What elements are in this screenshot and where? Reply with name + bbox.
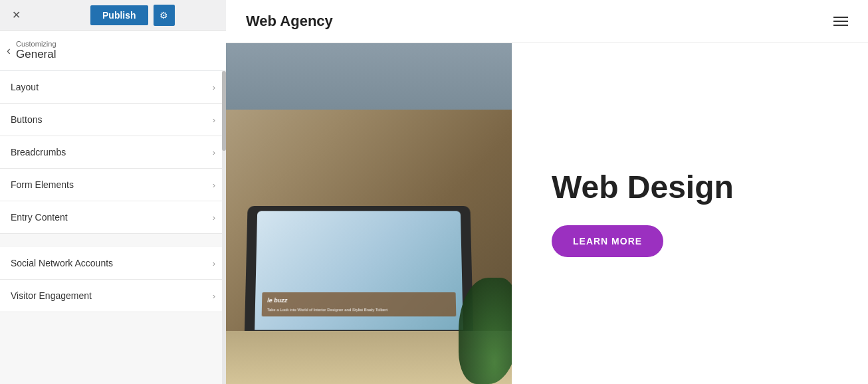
breadcrumbs-label: Breadcrumbs <box>11 147 66 157</box>
laptop-image: le buzz Take a Look into World of Interi… <box>226 43 512 384</box>
entry-content-label: Entry Content <box>11 212 68 223</box>
back-button[interactable]: ‹ <box>7 45 11 56</box>
laptop-screen: le buzz Take a Look into World of Interi… <box>255 211 463 330</box>
hamburger-icon[interactable] <box>833 17 848 26</box>
buttons-label: Buttons <box>11 114 42 125</box>
sidebar-item-buttons[interactable]: Buttons › <box>0 104 226 136</box>
visitor-engagement-label: Visitor Engagement <box>11 290 92 301</box>
screen-tagline: Take a Look into World of Interior Desig… <box>267 307 451 312</box>
sidebar-item-visitor-engagement[interactable]: Visitor Engagement › <box>0 280 226 312</box>
chevron-right-icon: › <box>213 180 215 190</box>
menu-gap <box>0 234 226 247</box>
preview-nav: Web Agency <box>226 0 868 43</box>
chevron-right-icon: › <box>213 147 215 157</box>
chevron-right-icon: › <box>213 258 215 268</box>
top-bar: ✕ Publish ⚙ <box>0 0 226 31</box>
laptop-outer: le buzz Take a Look into World of Interi… <box>244 206 473 345</box>
hamburger-line <box>833 21 848 22</box>
menu-section-2: Social Network Accounts › Visitor Engage… <box>0 247 226 312</box>
publish-button[interactable]: Publish <box>90 5 148 25</box>
back-header: ‹ Customizing General <box>0 31 226 71</box>
customizing-label: Customizing <box>16 40 56 48</box>
bg-dark <box>226 43 512 110</box>
close-icon: ✕ <box>12 9 21 21</box>
right-preview: Web Agency le buzz Take a Look into Wor <box>226 0 868 384</box>
social-network-label: Social Network Accounts <box>11 258 113 268</box>
chevron-right-icon: › <box>213 291 215 301</box>
plant-decoration <box>459 278 512 384</box>
close-button[interactable]: ✕ <box>7 6 25 25</box>
hero-text-block: Web Design LEARN MORE <box>512 43 868 384</box>
panel-scroll: Layout › Buttons › Breadcrumbs › Form El… <box>0 71 226 384</box>
form-elements-label: Form Elements <box>11 179 74 190</box>
chevron-right-icon: › <box>213 213 215 223</box>
section-title: General <box>16 48 56 61</box>
site-name: Web Agency <box>246 13 333 30</box>
sidebar-item-form-elements[interactable]: Form Elements › <box>0 169 226 201</box>
screen-brand: le buzz <box>267 296 451 305</box>
sidebar-item-breadcrumbs[interactable]: Breadcrumbs › <box>0 136 226 169</box>
left-panel: ✕ Publish ⚙ ‹ Customizing General Layout… <box>0 0 226 384</box>
hamburger-line <box>833 17 848 18</box>
gear-icon: ⚙ <box>160 10 168 21</box>
layout-label: Layout <box>11 82 39 92</box>
hero-image-block: le buzz Take a Look into World of Interi… <box>226 43 512 384</box>
menu-section-1: Layout › Buttons › Breadcrumbs › Form El… <box>0 71 226 234</box>
hero-title: Web Design <box>552 170 828 205</box>
settings-button[interactable]: ⚙ <box>154 5 175 26</box>
sidebar-item-social-network[interactable]: Social Network Accounts › <box>0 247 226 280</box>
chevron-right-icon: › <box>213 115 215 125</box>
preview-content: le buzz Take a Look into World of Interi… <box>226 43 868 384</box>
chevron-right-icon: › <box>213 82 215 92</box>
sidebar-item-layout[interactable]: Layout › <box>0 71 226 104</box>
learn-more-button[interactable]: LEARN MORE <box>552 225 663 257</box>
sidebar-item-entry-content[interactable]: Entry Content › <box>0 201 226 234</box>
back-text: Customizing General <box>16 40 56 61</box>
screen-overlay: le buzz Take a Look into World of Interi… <box>262 292 457 316</box>
hamburger-line <box>833 25 848 26</box>
